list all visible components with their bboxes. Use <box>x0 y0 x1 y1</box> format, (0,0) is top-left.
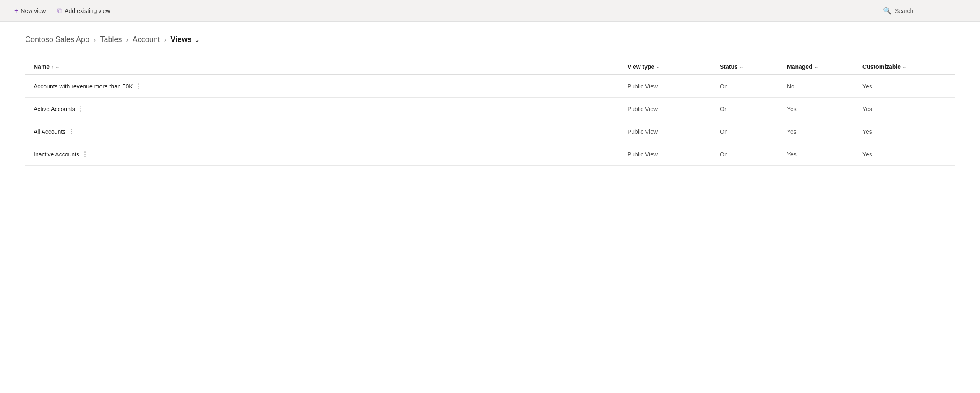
cell-status-2: On <box>720 128 787 135</box>
breadcrumb: Contoso Sales App › Tables › Account › V… <box>25 35 955 44</box>
menu-dot <box>84 156 86 157</box>
table-header: Name ↑ ⌄ View type ⌄ Status ⌄ Managed ⌄ … <box>25 59 955 75</box>
menu-dot <box>71 131 72 132</box>
table-row[interactable]: Inactive Accounts Public View On Yes Yes <box>25 143 955 166</box>
breadcrumb-chevron-icon[interactable]: ⌄ <box>194 36 199 43</box>
add-existing-view-button[interactable]: ⧉ Add existing view <box>53 5 114 17</box>
col-view-type-chevron-icon: ⌄ <box>656 64 660 70</box>
cell-status-1: On <box>720 106 787 112</box>
col-header-view-type[interactable]: View type ⌄ <box>627 63 720 70</box>
plus-icon: + <box>14 8 18 14</box>
row-name-text: Inactive Accounts <box>34 151 79 158</box>
cell-managed-0: No <box>787 83 862 90</box>
cell-name-1: Active Accounts <box>34 104 627 113</box>
add-existing-icon: ⧉ <box>57 7 62 15</box>
col-name-label: Name <box>34 63 50 70</box>
new-view-label: New view <box>21 8 46 14</box>
col-view-type-label: View type <box>627 63 654 70</box>
cell-managed-3: Yes <box>787 151 862 158</box>
row-context-menu-2[interactable] <box>69 127 73 136</box>
col-customizable-label: Customizable <box>862 63 901 70</box>
table-row[interactable]: Active Accounts Public View On Yes Yes <box>25 98 955 120</box>
col-header-managed[interactable]: Managed ⌄ <box>787 63 862 70</box>
toolbar-actions: + New view ⧉ Add existing view <box>10 5 114 17</box>
row-context-menu-0[interactable] <box>136 82 141 91</box>
new-view-button[interactable]: + New view <box>10 5 50 17</box>
toolbar: + New view ⧉ Add existing view 🔍 Search <box>0 0 980 22</box>
breadcrumb-sep-2: › <box>126 36 128 44</box>
menu-dot <box>80 106 81 107</box>
col-status-chevron-icon: ⌄ <box>740 64 743 70</box>
cell-name-3: Inactive Accounts <box>34 150 627 159</box>
row-name-text: Accounts with revenue more than 50K <box>34 83 133 90</box>
col-status-label: Status <box>720 63 738 70</box>
cell-view-type-0: Public View <box>627 83 720 90</box>
breadcrumb-sep-3: › <box>164 36 166 44</box>
cell-managed-2: Yes <box>787 128 862 135</box>
cell-managed-1: Yes <box>787 106 862 112</box>
cell-status-0: On <box>720 83 787 90</box>
menu-dot <box>71 133 72 134</box>
col-header-customizable[interactable]: Customizable ⌄ <box>862 63 946 70</box>
cell-name-0: Accounts with revenue more than 50K <box>34 82 627 91</box>
col-header-status[interactable]: Status ⌄ <box>720 63 787 70</box>
menu-dot <box>138 88 139 89</box>
menu-dot <box>138 83 139 85</box>
row-name-text: All Accounts <box>34 128 65 135</box>
row-name-text: Active Accounts <box>34 106 75 112</box>
views-table: Name ↑ ⌄ View type ⌄ Status ⌄ Managed ⌄ … <box>25 59 955 166</box>
col-name-chevron-icon: ⌄ <box>55 64 59 70</box>
cell-view-type-2: Public View <box>627 128 720 135</box>
menu-dot <box>80 110 81 112</box>
search-icon: 🔍 <box>883 7 891 15</box>
main-content: Contoso Sales App › Tables › Account › V… <box>0 22 980 393</box>
col-managed-chevron-icon: ⌄ <box>814 64 818 70</box>
row-context-menu-1[interactable] <box>78 104 83 113</box>
cell-customizable-0: Yes <box>862 83 946 90</box>
breadcrumb-current[interactable]: Views ⌄ <box>170 35 199 44</box>
menu-dot <box>84 151 86 153</box>
table-body: Accounts with revenue more than 50K Publ… <box>25 75 955 166</box>
breadcrumb-tables[interactable]: Tables <box>100 35 122 44</box>
menu-dot <box>138 86 139 87</box>
col-managed-label: Managed <box>787 63 813 70</box>
table-row[interactable]: All Accounts Public View On Yes Yes <box>25 120 955 143</box>
breadcrumb-sep-1: › <box>94 36 96 44</box>
row-context-menu-3[interactable] <box>83 150 87 159</box>
sort-asc-icon: ↑ <box>51 64 54 69</box>
search-label: Search <box>895 8 913 14</box>
breadcrumb-current-label: Views <box>170 35 192 44</box>
menu-dot <box>84 154 86 155</box>
cell-view-type-3: Public View <box>627 151 720 158</box>
cell-view-type-1: Public View <box>627 106 720 112</box>
cell-customizable-2: Yes <box>862 128 946 135</box>
table-row[interactable]: Accounts with revenue more than 50K Publ… <box>25 75 955 98</box>
menu-dot <box>71 129 72 130</box>
cell-status-3: On <box>720 151 787 158</box>
breadcrumb-app[interactable]: Contoso Sales App <box>25 35 89 44</box>
menu-dot <box>80 108 81 109</box>
col-customizable-chevron-icon: ⌄ <box>902 64 906 70</box>
col-header-name[interactable]: Name ↑ ⌄ <box>34 63 627 70</box>
search-area[interactable]: 🔍 Search <box>878 0 970 22</box>
cell-customizable-1: Yes <box>862 106 946 112</box>
add-existing-view-label: Add existing view <box>65 8 110 14</box>
cell-name-2: All Accounts <box>34 127 627 136</box>
breadcrumb-account[interactable]: Account <box>133 35 160 44</box>
cell-customizable-3: Yes <box>862 151 946 158</box>
